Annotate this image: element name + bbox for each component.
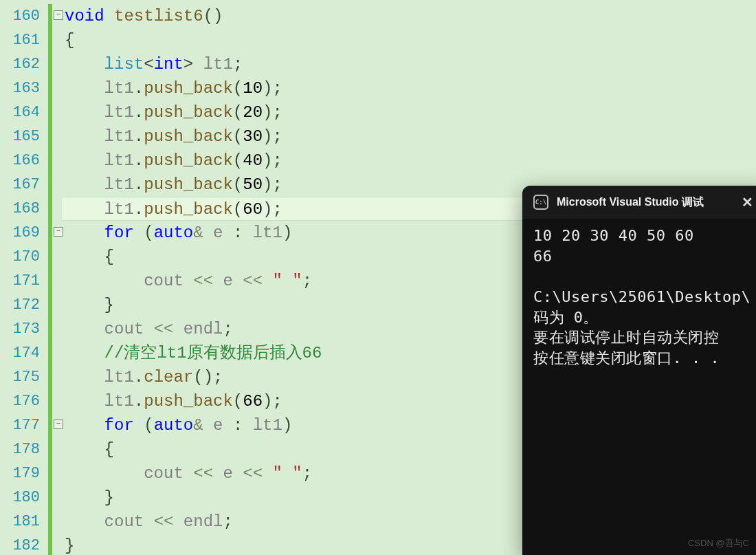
console-app-icon: C:\ [533,195,548,210]
code-line: void testlist6() [62,4,756,28]
line-number: 165 [0,124,40,149]
code-line: lt1.push_back(10); [62,76,756,100]
fold-gutter: − − − [54,4,62,555]
line-number-gutter: 160 161 162 163 164 165 166 167 168 169 … [0,0,48,555]
line-number: 169 [0,221,40,245]
line-number: 181 [0,510,40,534]
change-indicator-strip [48,4,52,555]
line-number: 180 [0,486,40,510]
code-line: lt1.push_back(20); [62,100,756,124]
line-number: 173 [0,317,40,341]
code-line: list<int> lt1; [62,52,756,76]
line-number: 161 [0,28,40,52]
line-number: 175 [0,365,40,389]
line-number: 168 [0,197,40,221]
debug-console-window[interactable]: C:\ Microsoft Visual Studio 调试 ✕ 10 20 3… [522,186,756,555]
console-line: 要在调试停止时自动关闭控 [533,329,719,346]
line-number: 163 [0,76,40,100]
console-line: C:\Users\25061\Desktop\ [533,288,751,305]
line-number: 172 [0,293,40,317]
console-line: 66 [533,248,553,265]
line-number: 160 [0,4,40,28]
line-number: 174 [0,341,40,365]
line-number: 176 [0,389,40,413]
console-titlebar[interactable]: C:\ Microsoft Visual Studio 调试 ✕ [522,186,756,219]
code-line: { [62,28,756,52]
line-number: 177 [0,413,40,437]
watermark-label: CSDN @吾与C [688,537,749,549]
console-output[interactable]: 10 20 30 40 50 60 66 C:\Users\25061\Desk… [522,219,756,376]
line-number: 178 [0,437,40,461]
code-line: lt1.push_back(30); [62,124,756,149]
line-number: 166 [0,149,40,173]
code-line: lt1.push_back(40); [62,149,756,173]
line-number: 179 [0,461,40,486]
line-number: 182 [0,534,40,555]
line-number: 164 [0,100,40,124]
console-line: 按任意键关闭此窗口. . . [533,349,720,367]
line-number: 167 [0,173,40,197]
console-title: Microsoft Visual Studio 调试 [557,195,704,210]
line-number: 170 [0,245,40,269]
console-line: 10 20 30 40 50 60 [533,227,703,244]
console-line: 码为 0。 [533,309,599,326]
close-icon[interactable]: ✕ [736,191,756,213]
line-number: 171 [0,269,40,293]
line-number: 162 [0,52,40,76]
